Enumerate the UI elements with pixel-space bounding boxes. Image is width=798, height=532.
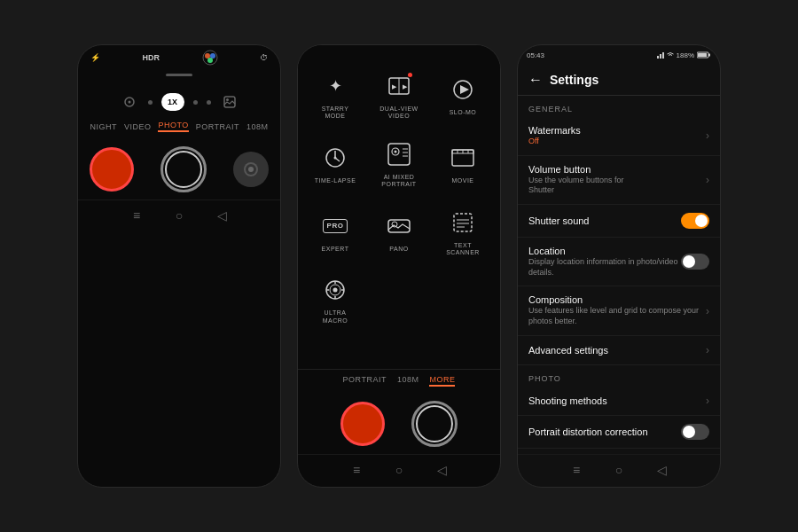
- phones-container: ⚡ HDR ⏱: [0, 0, 798, 532]
- phone2-nav-menu[interactable]: ≡: [348, 462, 364, 478]
- shutter-sound-title: Shutter sound: [528, 215, 681, 226]
- phone3-status-bar: 05:43 188%: [518, 45, 720, 65]
- mode-ultramacro[interactable]: ULTRAMACRO: [305, 267, 365, 332]
- svg-text:▶: ▶: [392, 83, 397, 90]
- timer-icon[interactable]: ⏱: [260, 53, 268, 62]
- svg-rect-33: [388, 220, 410, 232]
- mode-movie[interactable]: MOVIE: [433, 131, 493, 196]
- tab-more[interactable]: MORE: [429, 375, 455, 387]
- dualview-label: DUAL-VIEWVIDEO: [379, 106, 418, 121]
- zoom-dot-1: [148, 100, 153, 105]
- watermarks-chevron: ›: [706, 129, 709, 142]
- pano-label: PANO: [389, 246, 408, 253]
- mode-video[interactable]: VIDEO: [124, 122, 152, 131]
- hdr-label[interactable]: HDR: [143, 53, 160, 62]
- settings-location[interactable]: Location Display location information in…: [518, 238, 720, 286]
- svg-point-3: [207, 58, 213, 63]
- svg-point-7: [226, 98, 229, 101]
- settings-shooting-methods[interactable]: Shooting methods ›: [518, 387, 720, 416]
- phone3-nav-back[interactable]: ◁: [653, 462, 669, 478]
- composition-sub: Use features like level and grid to comp…: [528, 306, 706, 326]
- expert-icon: PRO: [319, 210, 351, 242]
- gallery-button[interactable]: [233, 152, 269, 187]
- phone2-shutter-ring[interactable]: [411, 401, 458, 447]
- nav-home-icon[interactable]: ○: [171, 207, 187, 223]
- mode-expert[interactable]: PRO EXPERT: [305, 200, 365, 264]
- svg-rect-22: [388, 144, 410, 165]
- tab-portrait[interactable]: PORTRAIT: [343, 375, 387, 387]
- starry-icon: ✦: [319, 70, 351, 102]
- shooting-methods-chevron: ›: [706, 395, 709, 407]
- phone3-nav-home[interactable]: ○: [611, 462, 627, 478]
- mode-108m[interactable]: 108M: [246, 122, 269, 131]
- section-photo-label: PHOTO: [518, 365, 720, 387]
- svg-rect-35: [454, 214, 472, 231]
- volume-button-sub: Use the volume buttons forShutter: [528, 176, 706, 196]
- settings-composition[interactable]: Composition Use features like level and …: [518, 286, 720, 335]
- svg-point-24: [395, 150, 397, 153]
- mode-starry[interactable]: ✦ STARRYMODE: [305, 63, 365, 128]
- shutter-button-red[interactable]: [90, 147, 134, 192]
- textscanner-label: TEXTSCANNER: [446, 242, 480, 257]
- phone2-nav-home[interactable]: ○: [391, 462, 407, 478]
- focus-icon[interactable]: [120, 92, 139, 112]
- mode-photo[interactable]: PHOTO: [158, 121, 188, 132]
- location-toggle[interactable]: [681, 254, 709, 270]
- zoom-1x[interactable]: 1X: [161, 93, 184, 111]
- composition-chevron: ›: [706, 305, 709, 317]
- phone1-bottom-controls: 1X NIGHT VIDEO PHOTO: [78, 83, 280, 232]
- mode-pano[interactable]: PANO: [369, 200, 429, 264]
- mode-textscanner[interactable]: TEXTSCANNER: [433, 200, 493, 264]
- settings-volume-button[interactable]: Volume button Use the volume buttons for…: [518, 156, 720, 205]
- nav-back-icon[interactable]: ◁: [214, 207, 230, 223]
- svg-text:✦: ✦: [329, 77, 342, 95]
- composition-left: Composition Use features like level and …: [528, 294, 706, 326]
- shutter-row: [78, 137, 280, 200]
- settings-shutter-sound[interactable]: Shutter sound: [518, 205, 720, 238]
- settings-content[interactable]: GENERAL Watermarks Off › Volume button U…: [518, 96, 720, 454]
- nav-menu-icon[interactable]: ≡: [129, 207, 145, 223]
- flash-icon[interactable]: ⚡: [90, 53, 100, 62]
- mode-timelapse[interactable]: TIME-LAPSE: [305, 131, 365, 196]
- phone2-shutter-red[interactable]: [340, 402, 385, 446]
- phone3-settings: 05:43 188%: [517, 44, 721, 488]
- location-title: Location: [528, 246, 681, 256]
- portrait-distortion-toggle[interactable]: [681, 424, 709, 440]
- section-general-label: GENERAL: [518, 96, 720, 117]
- mode-night[interactable]: NIGHT: [90, 122, 117, 131]
- back-button[interactable]: ←: [528, 72, 543, 88]
- settings-watermarks[interactable]: Watermarks Off ›: [518, 117, 720, 156]
- ai-portrait-label: AI MIXEDPORTRAIT: [381, 174, 416, 189]
- battery-percent: 188%: [677, 51, 694, 59]
- timelapse-icon: [319, 142, 351, 174]
- svg-rect-48: [662, 52, 664, 59]
- mode-slomo[interactable]: SLO-MO: [433, 63, 493, 128]
- ultramacro-icon: [319, 274, 351, 306]
- svg-rect-50: [708, 54, 710, 57]
- phone2-nav-back[interactable]: ◁: [434, 462, 450, 478]
- slomo-label: SLO-MO: [450, 109, 477, 116]
- shutter-ring[interactable]: [160, 146, 207, 192]
- mode-portrait[interactable]: PORTRAIT: [196, 122, 239, 131]
- mode-ai-portrait[interactable]: AI MIXEDPORTRAIT: [369, 131, 429, 196]
- phone1-status-bar: ⚡ HDR ⏱: [78, 45, 280, 70]
- svg-marker-17: [460, 85, 469, 94]
- svg-point-2: [210, 53, 215, 59]
- settings-advanced[interactable]: Advanced settings ›: [518, 336, 720, 365]
- zoom-dot-2: [193, 100, 198, 105]
- shooting-methods-left: Shooting methods: [528, 395, 706, 406]
- tab-108m[interactable]: 108M: [397, 375, 419, 387]
- ai-icon[interactable]: [202, 50, 218, 66]
- portrait-distortion-left: Portrait distortion correction: [528, 426, 681, 437]
- gallery-switch-icon[interactable]: [220, 92, 239, 112]
- settings-header: ← Settings: [518, 65, 720, 96]
- mode-dualview[interactable]: ▶ ▶ DUAL-VIEWVIDEO: [369, 63, 429, 128]
- modes-grid: ✦ STARRYMODE ▶ ▶ D: [298, 45, 500, 369]
- phone3-nav-menu[interactable]: ≡: [568, 462, 584, 478]
- shutter-sound-toggle[interactable]: [681, 213, 709, 229]
- zoom-dot-3: [207, 100, 211, 105]
- settings-portrait-distortion[interactable]: Portrait distortion correction: [518, 416, 720, 449]
- svg-point-41: [333, 288, 338, 293]
- phone1-camera-main: ⚡ HDR ⏱: [77, 44, 281, 488]
- volume-button-left: Volume button Use the volume buttons for…: [528, 164, 706, 196]
